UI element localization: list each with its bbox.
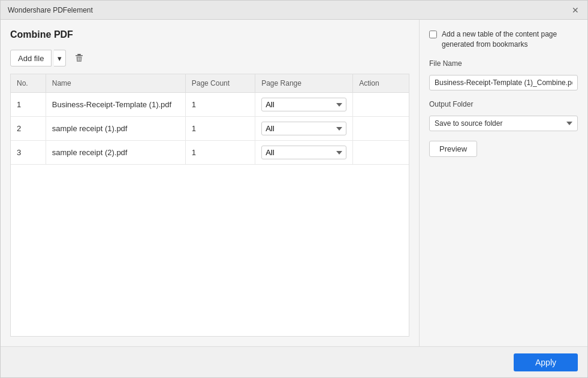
main-window: Wondershare PDFelement ✕ Combine PDF Add… xyxy=(0,0,588,378)
output-folder-select[interactable]: Save to source folderBrowse... xyxy=(429,116,578,131)
bookmark-checkbox-row: Add a new table of the content page gene… xyxy=(429,29,578,50)
toolbar: Add file ▾ xyxy=(10,50,409,66)
output-folder-label: Output Folder xyxy=(429,100,578,108)
bookmark-checkbox-label: Add a new table of the content page gene… xyxy=(442,29,578,50)
right-panel: Add a new table of the content page gene… xyxy=(420,20,587,346)
files-table-container: No. Name Page Count Page Range Action 1B… xyxy=(10,74,409,337)
cell-page-range: AllCustom xyxy=(255,93,353,117)
cell-action xyxy=(353,141,409,165)
col-header-action: Action xyxy=(353,74,409,93)
cell-page-range: AllCustom xyxy=(255,141,353,165)
cell-page-range: AllCustom xyxy=(255,117,353,141)
trash-icon xyxy=(74,53,84,63)
svg-rect-0 xyxy=(77,54,81,55)
table-header-row: No. Name Page Count Page Range Action xyxy=(11,74,409,93)
cell-page-count: 1 xyxy=(185,141,255,165)
files-table: No. Name Page Count Page Range Action 1B… xyxy=(11,74,409,165)
file-name-label: File Name xyxy=(429,59,578,68)
table-row: 3sample receipt (2).pdf1AllCustom xyxy=(11,141,409,165)
output-folder-group: Output Folder Save to source folderBrows… xyxy=(429,100,578,131)
add-file-dropdown-button[interactable]: ▾ xyxy=(54,50,66,66)
cell-page-count: 1 xyxy=(185,117,255,141)
col-header-page-count: Page Count xyxy=(185,74,255,93)
cell-name: Business-Receipt-Template (1).pdf xyxy=(46,93,185,117)
delete-button[interactable] xyxy=(71,50,88,66)
add-file-button[interactable]: Add file xyxy=(10,50,52,66)
cell-no: 1 xyxy=(11,93,46,117)
cell-page-count: 1 xyxy=(185,93,255,117)
window-title: Wondershare PDFelement xyxy=(8,6,93,14)
main-content: Combine PDF Add file ▾ xyxy=(1,20,587,346)
cell-no: 3 xyxy=(11,141,46,165)
bookmark-checkbox[interactable] xyxy=(429,31,437,38)
title-bar: Wondershare PDFelement ✕ xyxy=(1,1,587,20)
left-panel: Combine PDF Add file ▾ xyxy=(1,20,420,346)
file-name-input[interactable] xyxy=(429,75,578,90)
dropdown-arrow-icon: ▾ xyxy=(58,54,62,63)
page-range-select[interactable]: AllCustom xyxy=(261,146,346,159)
bottom-bar: Apply xyxy=(1,346,587,377)
cell-action xyxy=(353,117,409,141)
cell-name: sample receipt (2).pdf xyxy=(46,141,185,165)
svg-rect-1 xyxy=(76,55,83,56)
apply-button[interactable]: Apply xyxy=(514,353,578,371)
cell-no: 2 xyxy=(11,117,46,141)
close-button[interactable]: ✕ xyxy=(571,5,580,15)
preview-button[interactable]: Preview xyxy=(429,141,477,157)
table-row: 2sample receipt (1).pdf1AllCustom xyxy=(11,117,409,141)
page-range-select[interactable]: AllCustom xyxy=(261,122,346,135)
col-header-page-range: Page Range xyxy=(255,74,353,93)
file-name-group: File Name xyxy=(429,59,578,90)
panel-title: Combine PDF xyxy=(10,29,409,40)
cell-action xyxy=(353,93,409,117)
table-row: 1Business-Receipt-Template (1).pdf1AllCu… xyxy=(11,93,409,117)
col-header-name: Name xyxy=(46,74,185,93)
cell-name: sample receipt (1).pdf xyxy=(46,117,185,141)
col-header-no: No. xyxy=(11,74,46,93)
page-range-select[interactable]: AllCustom xyxy=(261,98,346,111)
